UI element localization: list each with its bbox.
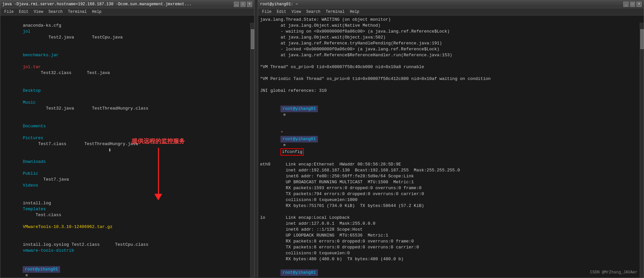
lo-line-5: RX packets:8 errors:0 dropped:0 overruns… <box>260 239 642 244</box>
jni-refs: JNI global references: 310 <box>260 88 642 94</box>
menu-terminal[interactable]: Terminal <box>65 9 90 14</box>
menu-help[interactable]: Help <box>89 9 104 14</box>
eth0-line-8: RX bytes:751701 (734.0 KiB) TX bytes:586… <box>260 203 642 209</box>
eth0-line-2: inet addr:192.168.187.130 Bcast:192.168.… <box>260 167 642 173</box>
eth0-blank <box>260 209 642 215</box>
file-list-row-3: Desktop Music Test32.java TestThreadHung… <box>2 82 252 117</box>
right-window-controls[interactable]: _ □ × <box>623 2 642 7</box>
right-minimize-button[interactable]: _ <box>623 2 629 7</box>
eth0-line-3: inet6 addr: fe80::250:56ff:fe28:5d9e/64 … <box>260 173 642 179</box>
lo-line-7: collisions:0 txqueuelen:0 <box>260 250 642 256</box>
menu-edit[interactable]: Edit <box>16 9 31 14</box>
vm-periodic-line: "VM Periodic Task Thread" os_prio=0 tid=… <box>260 76 642 82</box>
file-list-row-1: anaconda-ks.cfg jol Test2.java TestCpu.j… <box>2 17 252 46</box>
left-window-controls[interactable]: _ □ × <box>234 2 252 7</box>
left-window-title: java -Djava.rmi.server.hostname=192.168.… <box>2 2 234 7</box>
right-menu-help[interactable]: Help <box>347 9 362 14</box>
blank-4 <box>260 94 642 100</box>
left-scrollbar-track[interactable] <box>250 23 254 278</box>
lo-line-1: lo Link encap:Local Loopback <box>260 215 642 221</box>
locked-ref: - locked <0x00000000f0a06c00> (a java.la… <box>260 46 642 52</box>
menu-search[interactable]: Search <box>46 9 65 14</box>
download-icon: ⬇ <box>108 146 112 154</box>
at-try-handle: at java.lang.ref.Reference.tryHandlePend… <box>260 40 642 46</box>
right-menu-terminal[interactable]: Terminal <box>323 9 347 14</box>
menu-file[interactable]: File <box>2 9 16 14</box>
blank-1 <box>260 58 642 64</box>
cat-command-line: root@yihang01 ≡ cat Test2.java <box>2 260 252 278</box>
minimize-button[interactable]: _ <box>234 2 239 7</box>
right-bottom-prompt: root@yihang01 ≡ <box>260 264 642 278</box>
right-prompt-2-ifconfig: * root@yihang01 ≡ ifconfig <box>260 124 642 162</box>
file-list-row-7: install.log.syslog Test2.class TestCpu.c… <box>2 236 252 260</box>
eth0-line-4: UP BROADCAST RUNNING MULTICAST MTU:1500 … <box>260 179 642 185</box>
lo-line-6: TX packets:8 errors:0 dropped:0 overruns… <box>260 244 642 250</box>
right-window-title: root@yihang01: ~ <box>260 2 623 7</box>
right-menu-bar: File Edit View Search Terminal Help <box>258 8 644 15</box>
lo-line-2: inet addr:127.0.0.1 Mask:255.0.0.0 <box>260 221 642 227</box>
blank-3 <box>260 82 642 88</box>
left-scrollbar-thumb[interactable] <box>251 29 254 49</box>
vm-thread-line: "VM Thread" os_prio=0 tid=0x00007f58c40c… <box>260 64 642 70</box>
right-menu-file[interactable]: File <box>259 9 274 14</box>
at-wait-native: at java.lang.Object.wait(Native Method) <box>260 23 642 29</box>
right-close-button[interactable]: × <box>636 2 642 7</box>
right-scrollbar-track[interactable] <box>640 23 644 278</box>
thread-state-line: java.lang.Thread.State: WAITING (on obje… <box>260 17 642 23</box>
left-menu-bar: File Edit View Search Terminal Help <box>0 8 254 15</box>
file-list-row-4: Documents Pictures Test7.class TestThrea… <box>2 117 252 153</box>
at-wait-obj: at java.lang.Object.wait(Object.java:502… <box>260 35 642 40</box>
at-ref-handler: at java.lang.ref.Reference$ReferenceHand… <box>260 52 642 58</box>
eth0-line-6: TX packets:794 errors:0 dropped:0 overru… <box>260 191 642 197</box>
waiting-on-ref: - waiting on <0x00000000f0a06c00> (a jav… <box>260 29 642 35</box>
maximize-button[interactable]: □ <box>240 2 246 7</box>
ifconfig-command: ifconfig <box>280 148 303 156</box>
lo-line-4: UP LOOPBACK RUNNING MTU:65536 Metric:1 <box>260 233 642 239</box>
right-menu-edit[interactable]: Edit <box>274 9 289 14</box>
eth0-line-7: collisions:0 txqueuelen:1000 <box>260 197 642 203</box>
left-title-bar[interactable]: java -Djava.rmi.server.hostname=192.168.… <box>0 0 254 8</box>
file-list-row-6: install.log Templates Test.class VMwareT… <box>2 194 252 236</box>
right-title-bar[interactable]: root@yihang01: ~ _ □ × <box>258 0 644 8</box>
blank-2 <box>260 70 642 76</box>
eth0-line-1: eth0 Link encap:Ethernet HWaddr 00:50:56… <box>260 162 642 167</box>
eth0-line-5: RX packets:1593 errors:0 dropped:0 overr… <box>260 185 642 191</box>
right-menu-search[interactable]: Search <box>303 9 323 14</box>
watermark: CSDN @MrZhang_JAVAer <box>590 270 637 275</box>
right-terminal-content: java.lang.Thread.State: WAITING (on obje… <box>258 15 644 278</box>
right-maximize-button[interactable]: □ <box>630 2 635 7</box>
lo-line-8: RX bytes:480 (480.0 b) TX bytes:480 (480… <box>260 256 642 262</box>
file-list-row-5: Downloads Public Test7.java Videos <box>2 153 252 194</box>
right-scrollbar-thumb[interactable] <box>640 29 644 49</box>
left-terminal-content: anaconda-ks.cfg jol Test2.java TestCpu.j… <box>0 15 254 278</box>
right-prompt-1: root@yihang01 ≡ <box>260 100 642 124</box>
lo-line-3: inet6 addr: ::1/128 Scope:Host <box>260 227 642 233</box>
close-button[interactable]: × <box>247 2 252 7</box>
left-terminal-window: java -Djava.rmi.server.hostname=192.168.… <box>0 0 255 278</box>
file-list-row-2: benchmarks.jar jol.tar Test32.class Test… <box>2 46 252 82</box>
menu-view[interactable]: View <box>31 9 46 14</box>
right-menu-view[interactable]: View <box>289 9 304 14</box>
right-terminal-window: root@yihang01: ~ _ □ × File Edit View Se… <box>258 0 644 278</box>
